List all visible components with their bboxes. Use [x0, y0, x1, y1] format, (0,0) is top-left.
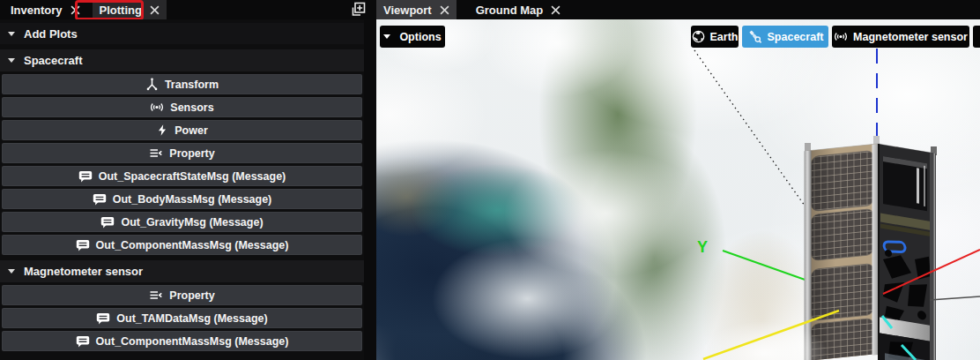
message-icon [93, 193, 107, 206]
caret-down-icon [8, 58, 15, 63]
tab-inventory-label: Inventory [11, 4, 63, 17]
plot-button-power[interactable]: Power [2, 120, 362, 140]
button-label: Property [169, 147, 214, 160]
caret-down-icon [8, 269, 15, 274]
right-panel: Viewport Ground Map [376, 0, 980, 360]
section-header-spacecraft[interactable]: Spacecraft [0, 49, 364, 71]
sensor-waves-icon [834, 30, 848, 43]
plot-button-sensors[interactable]: Sensors [2, 97, 362, 117]
caret-down-icon [8, 32, 15, 36]
button-label: Out_ComponentMassMsg (Message) [96, 239, 289, 251]
tab-plotting[interactable]: Plotting [93, 0, 167, 19]
tab-viewport-label: Viewport [383, 4, 432, 17]
message-icon [100, 216, 115, 229]
spacecraft-icon [747, 29, 762, 44]
plotting-panel-content: Add Plots Spacecraft Transform Sensors [0, 19, 364, 360]
close-icon[interactable] [71, 5, 80, 15]
options-label: Options [399, 31, 441, 43]
plot-button-out-spacecraftstatemsg[interactable]: Out_SpacecraftStateMsg (Message) [2, 166, 362, 186]
caret-down-icon [383, 34, 390, 39]
focus-button-spacecraft[interactable]: Spacecraft [742, 26, 828, 48]
left-panel: Inventory Plotting Add Plots Spacecraf [0, 0, 376, 360]
magnetometer-button-label: Magnetometer sensor [853, 31, 968, 43]
message-icon [76, 335, 90, 348]
plot-button-out-bodymassmsg[interactable]: Out_BodyMassMsg (Message) [2, 189, 362, 209]
tab-inventory[interactable]: Inventory [4, 0, 87, 19]
message-icon [96, 312, 110, 325]
section-header-magnetometer[interactable]: Magnetometer sensor [0, 260, 364, 282]
add-plots-header[interactable]: Add Plots [0, 23, 364, 44]
section-title: Magnetometer sensor [24, 265, 143, 278]
right-tab-bar: Viewport Ground Map [376, 0, 980, 19]
application-window: Inventory Plotting Add Plots Spacecraf [0, 0, 980, 360]
button-label: Out_SpacecraftStateMsg (Message) [99, 170, 286, 183]
close-icon[interactable] [551, 5, 561, 15]
focus-button-magnetometer[interactable]: Magnetometer sensor [832, 26, 969, 48]
axis-y-label: Y [697, 238, 708, 256]
plot-button-out-componentmassmsg-magnetometer[interactable]: Out_ComponentMassMsg (Message) [2, 331, 362, 351]
spacecraft-button-label: Spacecraft [768, 31, 824, 43]
button-label: Out_TAMDataMsg (Message) [116, 312, 267, 325]
add-plots-label: Add Plots [24, 27, 78, 41]
earth-button-label: Earth [710, 31, 739, 43]
plot-button-transform[interactable]: Transform [2, 74, 362, 94]
plot-button-out-gravitymsg[interactable]: Out_GravityMsg (Message) [2, 212, 362, 232]
transform-icon [145, 78, 159, 91]
focus-button-earth[interactable]: Earth [691, 26, 739, 48]
section-title: Spacecraft [24, 54, 82, 67]
property-icon [149, 289, 163, 302]
button-label: Power [174, 124, 208, 137]
left-tab-bar: Inventory Plotting [0, 0, 376, 19]
add-view-icon[interactable] [350, 2, 366, 18]
close-icon[interactable] [440, 5, 449, 15]
spacecraft-model[interactable] [805, 136, 938, 360]
plot-button-property-magnetometer[interactable]: Property [2, 285, 362, 305]
viewport-3d-scene[interactable]: Y [376, 19, 980, 360]
options-button[interactable]: Options [380, 26, 445, 48]
button-label: Property [169, 289, 214, 302]
tab-ground-map-label: Ground Map [476, 4, 544, 17]
button-label: Transform [165, 79, 219, 91]
tab-viewport[interactable]: Viewport [376, 0, 457, 19]
message-icon [78, 170, 93, 183]
power-icon [156, 124, 168, 137]
button-label: Sensors [170, 101, 213, 114]
axis-gray-line [930, 296, 980, 300]
plot-button-out-componentmassmsg-spacecraft[interactable]: Out_ComponentMassMsg (Message) [2, 235, 362, 255]
button-label: Out_ComponentMassMsg (Message) [96, 335, 289, 348]
focus-button-partial[interactable] [973, 26, 980, 48]
sensors-icon [150, 101, 164, 114]
tab-plotting-label: Plotting [100, 4, 142, 17]
scene-overlay: Y [376, 19, 980, 360]
button-label: Out_GravityMsg (Message) [121, 216, 263, 229]
button-label: Out_BodyMassMsg (Message) [113, 193, 272, 206]
close-icon[interactable] [150, 5, 160, 15]
orbit-dotted-line [694, 50, 809, 212]
axis-z-blue-dashed-line [875, 49, 879, 151]
message-icon [76, 239, 90, 251]
axis-y-line: Y [697, 238, 810, 281]
earth-icon [692, 30, 705, 43]
tab-ground-map[interactable]: Ground Map [469, 0, 568, 19]
plot-button-out-tamdatamsg[interactable]: Out_TAMDataMsg (Message) [2, 308, 362, 328]
plot-button-property[interactable]: Property [2, 143, 362, 163]
property-icon [149, 146, 163, 160]
